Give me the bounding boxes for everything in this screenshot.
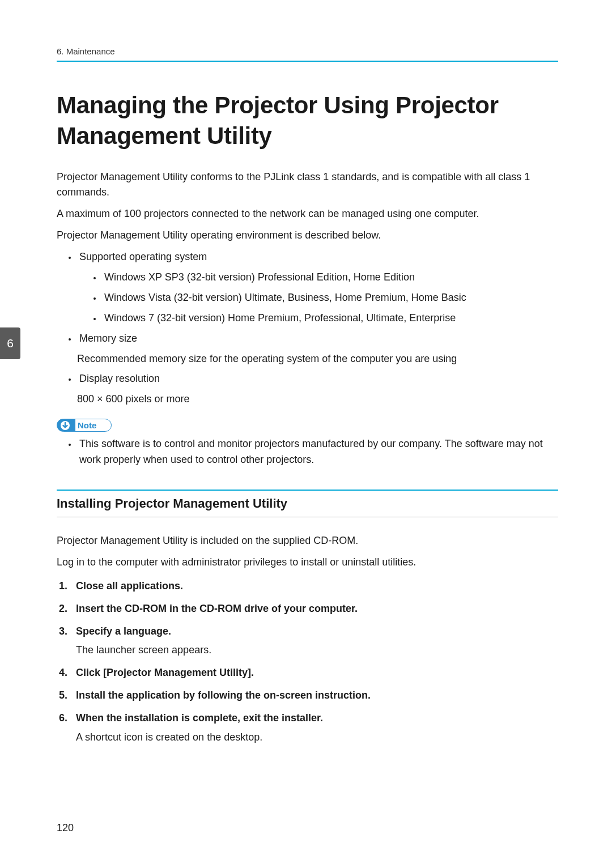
step-6: When the installation is complete, exit … [70,710,558,746]
step-3-text: Specify a language. [76,626,171,637]
step-5: Install the application by following the… [70,688,558,704]
step-6-text: When the installation is complete, exit … [76,712,323,724]
section-paragraph-1: Projector Management Utility is included… [57,533,558,549]
page-number: 120 [57,822,74,834]
env-os: Supported operating system Windows XP SP… [77,249,558,326]
env-memory: Memory size [77,331,558,347]
note-badge: Note [57,419,112,432]
step-2: Insert the CD-ROM in the CD-ROM drive of… [70,601,558,617]
env-display: Display resolution [77,371,558,387]
env-display-desc: 800 × 600 pixels or more [77,392,558,407]
step-1: Close all applications. [70,578,558,594]
section-paragraph-2: Log in to the computer with administrato… [57,555,558,571]
env-os-vista: Windows Vista (32-bit version) Ultimate,… [102,290,558,306]
step-6-sub: A shortcut icon is created on the deskto… [76,730,558,746]
install-steps: Close all applications. Insert the CD-RO… [57,578,558,746]
page-content: 6. Maintenance Managing the Projector Us… [0,0,612,746]
step-3-sub: The launcher screen appears. [76,643,558,658]
environment-list-cont: Display resolution [57,371,558,387]
intro-paragraph-2: A maximum of 100 projectors connected to… [57,206,558,222]
env-memory-label: Memory size [79,333,137,344]
page-title: Managing the Projector Using Projector M… [57,90,558,151]
env-os-label: Supported operating system [79,251,207,262]
env-display-label: Display resolution [79,373,160,384]
step-4: Click [Projector Management Utility]. [70,665,558,681]
note-item-1: This software is to control and monitor … [77,436,558,468]
env-memory-desc: Recommended memory size for the operatin… [77,351,558,367]
note-list: This software is to control and monitor … [57,436,558,468]
chapter-tab: 6 [0,327,20,359]
environment-list: Supported operating system Windows XP SP… [57,249,558,346]
running-header: 6. Maintenance [57,46,558,62]
env-os-xp: Windows XP SP3 (32-bit version) Professi… [102,270,558,286]
step-3: Specify a language. The launcher screen … [70,624,558,659]
env-os-sublist: Windows XP SP3 (32-bit version) Professi… [79,270,558,326]
down-arrow-icon [61,421,73,430]
env-os-win7: Windows 7 (32-bit version) Home Premium,… [102,310,558,326]
section-heading: Installing Projector Management Utility [57,490,558,517]
intro-paragraph-3: Projector Management Utility operating e… [57,228,558,244]
note-label-text: Note [78,420,96,430]
intro-paragraph-1: Projector Management Utility conforms to… [57,169,558,201]
